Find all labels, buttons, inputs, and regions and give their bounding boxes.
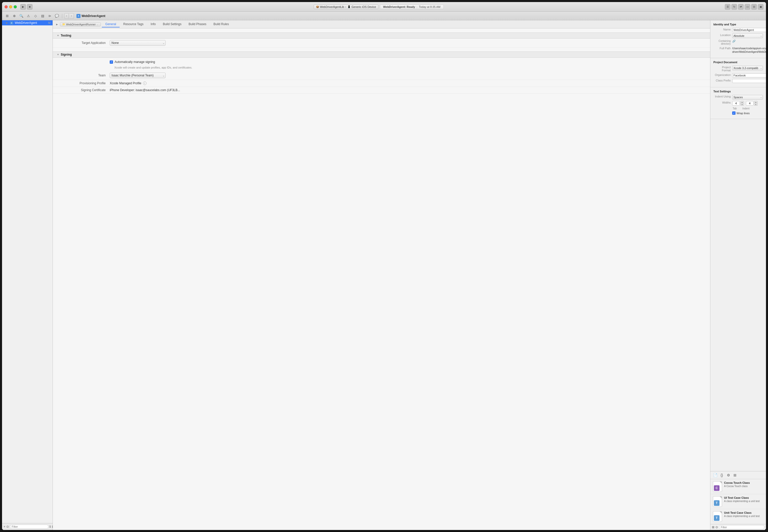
maximize-button[interactable]	[14, 5, 17, 8]
ui-test-template-desc: A class implementing a unit test	[724, 500, 763, 503]
provisioning-info-icon[interactable]: i	[143, 81, 146, 85]
full-path-row: Full Path /Users/isaac/code/appium-xcuit…	[713, 47, 763, 54]
indent-width-input[interactable]	[746, 101, 754, 106]
stop-button[interactable]: ■	[27, 4, 32, 10]
tab-resource-tags[interactable]: Resource Tags	[120, 21, 147, 27]
project-format-select-wrapper: Xcode 3.2-compatible ⌄	[732, 66, 763, 70]
editor-standard-btn[interactable]: ▭	[745, 4, 750, 10]
template-filter-btn[interactable]: ⊙	[715, 525, 718, 529]
tab-stepper: ▲ ▼	[732, 101, 744, 106]
template-item-cocoa[interactable]: C Cocoa Touch Class A Cocoa Touch class	[710, 479, 766, 494]
class-prefix-input[interactable]	[732, 79, 766, 83]
template-code-btn[interactable]: {}	[719, 472, 725, 478]
add-file-btn[interactable]: +	[4, 524, 5, 529]
template-grid-view-btn[interactable]: ⊞	[712, 525, 714, 529]
tab-width-input[interactable]	[732, 101, 740, 106]
navigator-toggle-btn[interactable]: ⊞	[4, 13, 10, 19]
tab-increment-btn[interactable]: ▲	[740, 101, 744, 103]
tab-build-phases[interactable]: Build Phases	[185, 21, 210, 27]
report-btn[interactable]: 💬	[54, 13, 60, 19]
provisioning-value: Xcode Managed Profile i	[110, 81, 704, 85]
titlebar-center: 📦 WebDriverAgentLib ▸ 📱 Generic iOS Devi…	[35, 5, 723, 9]
project-name-label: WebDriverAgent	[81, 14, 105, 18]
indent-decrement-btn[interactable]: ▼	[754, 103, 758, 106]
widths-row: Widths ▲ ▼ ▲	[713, 101, 763, 106]
testing-toggle-icon[interactable]: ▼	[57, 34, 59, 37]
template-grid-btn[interactable]: ⊞	[732, 472, 738, 478]
nav-back-btn[interactable]: ‹	[64, 13, 69, 19]
auto-manage-checkbox[interactable]: ✓	[110, 60, 113, 64]
identity-name-input[interactable]	[732, 28, 766, 32]
template-filter-input[interactable]	[719, 525, 764, 529]
team-select-wrapper: Isaac Murchie (Personal Team) ⌄	[110, 73, 166, 78]
search-btn[interactable]: 🔍	[18, 13, 24, 19]
breakpoint-btn[interactable]: ⊳	[47, 13, 53, 19]
indent-select[interactable]: Spaces	[732, 95, 763, 99]
sidebar-info-btn[interactable]: ℹ	[50, 524, 51, 529]
debug-btn[interactable]: ▤	[40, 13, 46, 19]
org-input[interactable]	[732, 73, 766, 77]
tab-info[interactable]: Info	[147, 21, 159, 27]
signing-cert-label: Signing Certificate	[59, 88, 110, 92]
template-item-ui-test[interactable]: T UI Test Case Class A class implementin…	[710, 494, 766, 509]
status-label: WebDriverAgent: Ready	[383, 5, 415, 8]
warning-btn[interactable]: ⚠	[25, 13, 31, 19]
sidebar-arrow-icon: ▶	[6, 22, 8, 24]
tab-general[interactable]: General	[102, 21, 120, 27]
back-forward-btn[interactable]: ⇄	[738, 4, 744, 10]
test-btn[interactable]: ◇	[32, 13, 39, 19]
editor-assistant-btn[interactable]: ⊟	[751, 4, 757, 10]
right-panel-spacer	[710, 119, 766, 471]
close-button[interactable]	[5, 5, 8, 8]
auto-manage-row: ✓ Automatically manage signing Xcode wil…	[53, 58, 710, 71]
signing-toggle-icon[interactable]: ▼	[57, 53, 59, 56]
project-format-select[interactable]: Xcode 3.2-compatible	[732, 66, 763, 70]
filter-circle-btn[interactable]: ⊙	[6, 524, 9, 529]
wrap-lines-checkbox[interactable]: ✓	[732, 111, 736, 115]
tab-build-settings[interactable]: Build Settings	[159, 21, 185, 27]
runner-selector[interactable]: 📁 WebDriverAgentRunner ⌄	[60, 22, 101, 26]
nav-forward-btn[interactable]: ›	[69, 13, 74, 19]
provisioning-text: Xcode Managed Profile	[110, 81, 141, 85]
indent-using-row: Indent Using Spaces ⌄	[713, 95, 763, 99]
widths-controls: ▲ ▼ ▲ ▼	[732, 101, 758, 106]
identity-location-select[interactable]: Absolute	[732, 34, 763, 38]
content-panel: ▶ 📁 WebDriverAgentRunner ⌄ General Resou…	[53, 20, 710, 530]
titlebar-right-controls: ☰ ↻ ⇄ ▭ ⊟ ▣	[725, 4, 763, 10]
editor-version-btn[interactable]: ▣	[758, 4, 763, 10]
templates-list: C Cocoa Touch Class A Cocoa Touch class	[710, 479, 766, 524]
tab-build-rules[interactable]: Build Rules	[210, 21, 233, 27]
testing-section: ▼ Testing Target Application None ⌄	[53, 32, 710, 47]
provisioning-label: Provisioning Profile	[59, 81, 110, 85]
team-select[interactable]: Isaac Murchie (Personal Team)	[110, 73, 166, 78]
cocoa-template-desc: A Cocoa Touch class	[724, 485, 763, 488]
full-path-value-area: /Users/isaac/code/appium-xcuitest-driver…	[732, 47, 766, 54]
team-label: Team	[59, 74, 110, 77]
auto-manage-checkbox-label: ✓ Automatically manage signing	[110, 60, 155, 64]
nav-disclosure-btn[interactable]: ▶	[55, 22, 59, 26]
sidebar-filter-input[interactable]	[10, 525, 48, 529]
xcode-window: ▶ ■ 📦 WebDriverAgentLib ▸ 📱 Generic iOS …	[2, 2, 766, 530]
template-gear-btn[interactable]: ⚙	[726, 472, 731, 478]
sidebar-badge: M	[48, 21, 51, 24]
scheme-breadcrumb[interactable]: 📦 WebDriverAgentLib ▸ 📱 Generic iOS Devi…	[314, 5, 378, 9]
traffic-lights	[5, 5, 17, 8]
status-indicator: WebDriverAgent: Ready | Today at 8:35 AM	[380, 5, 444, 9]
minimize-button[interactable]	[9, 5, 12, 8]
content-nav: ▶ 📁 WebDriverAgentRunner ⌄ General Resou…	[53, 20, 710, 28]
tab-stepper-btns: ▲ ▼	[740, 101, 744, 106]
tab-decrement-btn[interactable]: ▼	[740, 103, 744, 106]
run-button[interactable]: ▶	[20, 4, 26, 10]
template-file-btn[interactable]: 📄	[712, 472, 718, 478]
hierarchy-btn[interactable]: ⊕	[11, 13, 17, 19]
list-view-btn[interactable]: ☰	[725, 4, 730, 10]
sidebar-item-project[interactable]: ▶ X WebDriverAgent M	[2, 20, 53, 25]
identity-name-row: Name	[713, 28, 763, 32]
unit-test-icon-fold	[720, 511, 722, 513]
ui-test-icon-fold	[720, 496, 722, 498]
sidebar-footer: + ⊙ ℹ ⊠	[2, 523, 53, 530]
template-item-unit-test[interactable]: T Unit Test Case Class A class implement…	[710, 509, 766, 524]
indent-increment-btn[interactable]: ▲	[754, 101, 758, 103]
activity-btn[interactable]: ↻	[731, 4, 737, 10]
target-app-select[interactable]: None	[110, 40, 166, 46]
